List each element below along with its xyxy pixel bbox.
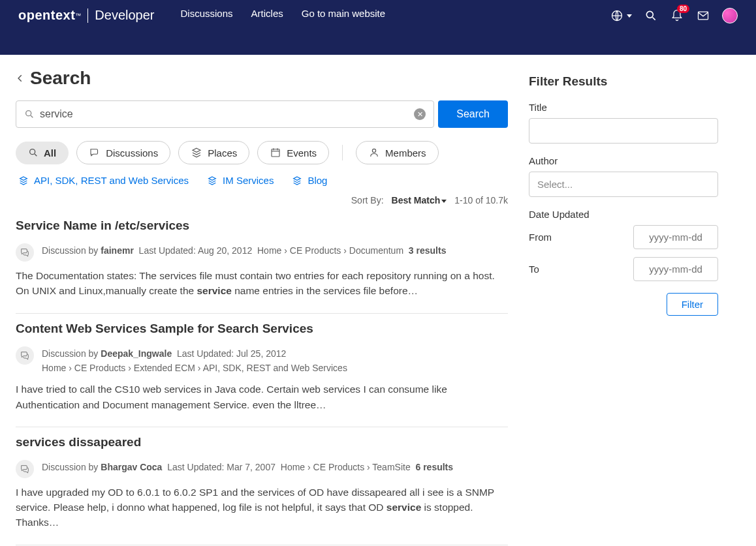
sort-value-text: Best Match: [392, 195, 441, 205]
result-meta-row: Discussion by fainemr Last Updated: Aug …: [16, 243, 508, 262]
result-title[interactable]: Content Web Services Sample for Search S…: [16, 322, 508, 336]
stack-icon: [292, 175, 302, 186]
chevron-down-icon: [627, 14, 632, 18]
chat-icon: [89, 147, 101, 159]
result-meta: Discussion by Bhargav Coca Last Updated:…: [42, 460, 453, 474]
top-header: opentext™ Developer Discussions Articles…: [0, 0, 756, 55]
pill-label: Discussions: [106, 147, 158, 159]
pill-all[interactable]: All: [16, 142, 69, 164]
sort-row: Sort By: Best Match 1-10 of 10.7k: [16, 195, 508, 205]
result-title[interactable]: services dissapeared: [16, 435, 508, 449]
chevron-down-icon: [441, 200, 447, 203]
date-to-input[interactable]: [633, 257, 718, 281]
notification-badge: 80: [677, 5, 689, 13]
nav-discussions[interactable]: Discussions: [181, 8, 233, 19]
filter-date-label: Date Updated: [529, 209, 718, 220]
svg-line-5: [31, 115, 33, 117]
svg-point-4: [26, 111, 31, 116]
search-input-wrap: ✕: [16, 100, 434, 128]
search-result: services dissapearedDiscussion by Bharga…: [16, 427, 508, 545]
page-header: Search: [16, 68, 508, 89]
filter-button-row: Filter: [529, 293, 718, 316]
notifications-icon[interactable]: 80: [670, 8, 684, 23]
search-result: Service Name in /etc/servicesDiscussion …: [16, 216, 508, 313]
pill-discussions[interactable]: Discussions: [76, 141, 170, 164]
filter-title-input[interactable]: [529, 118, 718, 144]
main-area: Search ✕ Search All Discussions Places: [0, 55, 756, 546]
pill-label: Members: [385, 147, 426, 159]
result-count: 1-10 of 10.7k: [454, 195, 508, 205]
header-right: 80: [610, 8, 738, 23]
svg-rect-8: [272, 149, 279, 157]
search-icon: [28, 147, 39, 158]
apply-filter-button[interactable]: Filter: [667, 293, 718, 316]
results-list: Service Name in /etc/servicesDiscussion …: [16, 216, 508, 546]
filter-group-date: Date Updated From To: [529, 209, 718, 281]
category-links: API, SDK, REST and Web Services IM Servi…: [16, 175, 508, 186]
result-meta-row: Discussion by Deepak_Ingwale Last Update…: [16, 346, 508, 376]
pill-separator: [342, 145, 343, 160]
sort-dropdown[interactable]: Best Match: [392, 195, 447, 205]
content-column: Search ✕ Search All Discussions Places: [0, 68, 529, 546]
discussion-icon: [16, 346, 34, 365]
result-snippet: I have upgraded my OD to 6.0.1 to 6.0.2 …: [16, 485, 508, 530]
discussion-icon: [16, 243, 34, 262]
pill-label: All: [44, 147, 56, 159]
result-snippet: I have tried to call the CS10 web servic…: [16, 382, 508, 412]
result-meta: Discussion by fainemr Last Updated: Aug …: [42, 243, 446, 258]
cat-label: API, SDK, REST and Web Services: [34, 175, 189, 186]
search-input[interactable]: [35, 108, 414, 120]
search-button[interactable]: Search: [438, 100, 508, 128]
clear-search-icon[interactable]: ✕: [414, 108, 426, 120]
cat-api[interactable]: API, SDK, REST and Web Services: [18, 175, 189, 186]
cat-label: IM Services: [223, 175, 274, 186]
language-selector[interactable]: [610, 8, 632, 23]
filter-author-label: Author: [529, 155, 718, 166]
svg-point-6: [30, 149, 35, 155]
brand-separator: [87, 8, 88, 23]
filter-group-title: Title: [529, 102, 718, 144]
sort-label: Sort By:: [351, 195, 384, 205]
person-icon: [368, 147, 380, 159]
pill-members[interactable]: Members: [356, 141, 439, 164]
svg-point-1: [646, 11, 653, 18]
pill-places[interactable]: Places: [178, 141, 249, 164]
header-search-icon[interactable]: [644, 8, 658, 23]
result-snippet: The Documentation states: The services f…: [16, 268, 508, 299]
date-to-row: To: [529, 257, 718, 281]
date-from-input[interactable]: [633, 225, 718, 249]
result-meta: Discussion by Deepak_Ingwale Last Update…: [42, 346, 347, 376]
svg-rect-3: [699, 12, 708, 20]
nav-main-site[interactable]: Go to main website: [302, 8, 385, 19]
result-title[interactable]: Service Name in /etc/services: [16, 219, 508, 233]
brand-tm: ™: [75, 12, 81, 19]
cat-blog[interactable]: Blog: [292, 175, 327, 186]
filter-sidebar: Filter Results Title Author Select... Da…: [529, 68, 731, 546]
filter-heading: Filter Results: [529, 74, 718, 89]
pill-label: Events: [287, 147, 317, 159]
date-from-row: From: [529, 225, 718, 249]
cat-im[interactable]: IM Services: [207, 175, 274, 186]
brand-logo[interactable]: opentext™ Developer: [18, 8, 155, 23]
search-result: Content Web Services Sample for Search S…: [16, 313, 508, 427]
brand-main: opentext: [18, 8, 75, 23]
search-row: ✕ Search: [16, 100, 508, 128]
pill-events[interactable]: Events: [257, 141, 329, 164]
user-avatar[interactable]: [722, 8, 738, 23]
search-icon: [24, 109, 35, 119]
nav-articles[interactable]: Articles: [251, 8, 283, 19]
filter-author-select[interactable]: Select...: [529, 172, 718, 197]
svg-point-12: [372, 149, 375, 152]
date-from-label: From: [529, 232, 552, 243]
svg-line-2: [653, 18, 655, 20]
result-meta-row: Discussion by Bhargav Coca Last Updated:…: [16, 460, 508, 478]
page-title: Search: [30, 68, 91, 89]
filter-title-label: Title: [529, 102, 718, 113]
filter-pills: All Discussions Places Events Members: [16, 141, 508, 164]
back-chevron-icon[interactable]: [16, 72, 25, 84]
cat-label: Blog: [307, 175, 327, 186]
svg-line-7: [35, 154, 37, 156]
stack-icon: [191, 147, 202, 159]
pill-label: Places: [208, 147, 237, 159]
messages-icon[interactable]: [696, 8, 710, 23]
